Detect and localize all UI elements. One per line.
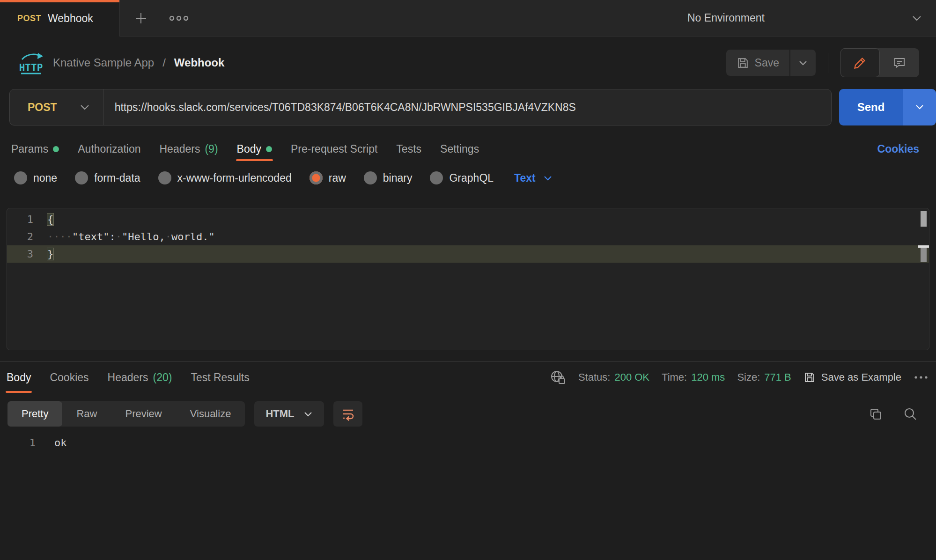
response-tab-headers[interactable]: Headers (20): [108, 362, 172, 393]
actions-divider: [828, 53, 828, 73]
size-indicator[interactable]: Size: 771 B: [737, 371, 791, 383]
radio-raw-selected: [310, 171, 323, 184]
response-meta: Status: 200 OK Time: 120 ms Size: 771 B …: [550, 370, 929, 385]
mode-urlencoded[interactable]: x-www-form-urlencoded: [158, 171, 292, 184]
save-options-button[interactable]: [790, 50, 816, 76]
tab-body[interactable]: Body: [237, 137, 272, 161]
code-text: ····"text":·"Hello,·world.": [40, 231, 215, 243]
send-options-button[interactable]: [903, 89, 936, 125]
http-request-icon: HTTP: [17, 50, 44, 75]
editor-line-2: 2 ····"text":·"Hello,·world.": [7, 228, 929, 245]
copy-response-button[interactable]: [869, 407, 883, 421]
code-text: {: [40, 214, 53, 225]
code-text: }: [40, 248, 53, 260]
more-options-icon: [914, 375, 929, 380]
status-value: 200 OK: [614, 371, 649, 383]
send-button-group: Send: [839, 89, 936, 125]
wrap-lines-button[interactable]: [333, 401, 362, 427]
line-number: 2: [7, 231, 40, 243]
response-body-viewer[interactable]: 1 ok: [0, 434, 936, 451]
save-button-group: Save: [726, 50, 816, 76]
tab-authorization[interactable]: Authorization: [78, 137, 140, 161]
send-button[interactable]: Send: [839, 89, 903, 125]
chevron-down-icon: [914, 104, 925, 111]
whitespace-dots: ····: [47, 231, 72, 243]
mode-form-data[interactable]: form-data: [75, 171, 140, 184]
mode-binary[interactable]: binary: [364, 171, 413, 184]
wrap-text-icon: [341, 407, 355, 421]
line-number: 3: [7, 248, 40, 260]
mode-raw[interactable]: raw: [310, 171, 346, 184]
save-as-example-button[interactable]: Save as Example: [803, 371, 901, 383]
response-tab-body[interactable]: Body: [7, 362, 31, 393]
response-format-selector[interactable]: HTML: [254, 401, 324, 427]
whitespace-dot: ·: [165, 231, 171, 243]
request-body-editor[interactable]: 1 { 2 ····"text":·"Hello,·world." 3 }: [7, 208, 929, 350]
cookies-link[interactable]: Cookies: [877, 143, 919, 155]
response-toolbar: Pretty Raw Preview Visualize HTML: [0, 401, 936, 427]
chevron-down-icon: [912, 15, 922, 22]
editor-overview-ruler[interactable]: [918, 208, 929, 350]
time-indicator[interactable]: Time: 120 ms: [662, 371, 725, 383]
mode-none-label: none: [33, 172, 57, 184]
response-tabs: Body Cookies Headers (20) Test Results: [7, 362, 250, 393]
request-tabs: Params Authorization Headers (9) Body Pr…: [0, 137, 936, 161]
view-pretty[interactable]: Pretty: [7, 401, 62, 427]
search-response-button[interactable]: [903, 407, 917, 421]
save-button[interactable]: Save: [726, 50, 789, 76]
breadcrumb-request-name[interactable]: Webhook: [174, 56, 225, 69]
tab-prerequest-script[interactable]: Pre-request Script: [291, 137, 377, 161]
header-actions: Save: [726, 48, 919, 77]
comments-button[interactable]: [880, 48, 919, 77]
tab-headers[interactable]: Headers (9): [160, 137, 218, 161]
method-selector[interactable]: POST: [10, 89, 103, 125]
tab-bar: POST Webhook No Environment: [0, 0, 936, 37]
mode-urlencoded-label: x-www-form-urlencoded: [177, 172, 292, 184]
edit-description-button[interactable]: [840, 48, 880, 77]
raw-language-selector[interactable]: Text: [514, 172, 553, 184]
network-globe-lock-icon: [550, 370, 566, 385]
view-preview[interactable]: Preview: [111, 401, 176, 427]
tab-params[interactable]: Params: [11, 137, 59, 161]
request-tab[interactable]: POST Webhook: [0, 0, 120, 37]
mode-graphql[interactable]: GraphQL: [430, 171, 494, 184]
mode-none[interactable]: none: [14, 171, 57, 184]
comment-icon: [893, 56, 906, 69]
radio-form-data: [75, 171, 88, 184]
tab-settings-label: Settings: [440, 143, 479, 155]
response-line: 1 ok: [0, 434, 936, 451]
url-input[interactable]: https://hooks.slack.com/services/T06TD83…: [103, 101, 576, 114]
copy-icon: [869, 407, 883, 421]
line-number: 1: [7, 214, 40, 225]
breadcrumb-collection[interactable]: Knative Sample App: [53, 56, 154, 69]
response-tab-cookies[interactable]: Cookies: [50, 362, 88, 393]
tab-settings[interactable]: Settings: [440, 137, 479, 161]
breadcrumb-separator: /: [162, 56, 166, 69]
body-dot-indicator: [266, 146, 272, 152]
code-token: world.": [171, 231, 215, 243]
view-raw[interactable]: Raw: [62, 401, 111, 427]
scrollbar-thumb[interactable]: [921, 211, 927, 227]
status-indicator[interactable]: Status: 200 OK: [578, 371, 649, 383]
radio-binary: [364, 171, 377, 184]
tab-params-label: Params: [11, 143, 48, 155]
request-url-row: POST https://hooks.slack.com/services/T0…: [0, 89, 936, 125]
response-options-button[interactable]: [914, 375, 929, 380]
code-token: "Hello,: [122, 231, 165, 243]
status-label: Status:: [578, 371, 610, 383]
mode-binary-label: binary: [383, 172, 413, 184]
response-line-number: 1: [0, 437, 41, 449]
open-brace: {: [47, 214, 53, 225]
new-tab-button[interactable]: [134, 11, 148, 25]
tab-tests[interactable]: Tests: [396, 137, 421, 161]
active-tab-underline: [236, 159, 273, 161]
tab-strip: [120, 0, 674, 37]
time-value: 120 ms: [691, 371, 725, 383]
current-line-marker-bar: [921, 248, 927, 262]
view-visualize[interactable]: Visualize: [176, 401, 245, 427]
plus-icon: [134, 11, 148, 25]
environment-selector[interactable]: No Environment: [674, 0, 936, 37]
response-tab-test-results[interactable]: Test Results: [191, 362, 249, 393]
search-icon: [903, 407, 917, 421]
tab-options-button[interactable]: [169, 15, 189, 22]
